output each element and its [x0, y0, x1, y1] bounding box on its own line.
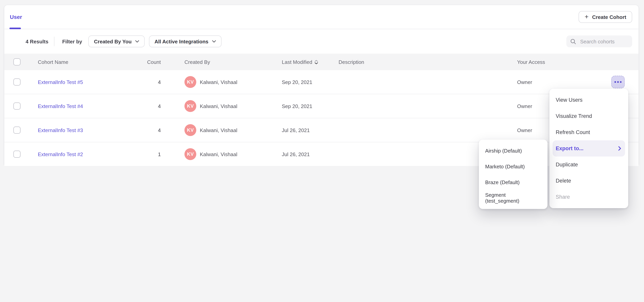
column-header-description[interactable]: Description [338, 54, 364, 70]
search-icon [570, 38, 576, 44]
create-cohort-button[interactable]: + Create Cohort [579, 11, 632, 23]
menu-item-delete[interactable]: Delete [550, 173, 628, 189]
column-header-created-by[interactable]: Created By [184, 54, 210, 70]
table-row: ExternalInfo Test #3 4 KV Kalwani, Visha… [4, 118, 638, 142]
avatar: KV [184, 124, 196, 136]
menu-item-export-to[interactable]: Export to... [552, 140, 625, 156]
submenu-item-braze[interactable]: Braze (Default) [479, 174, 548, 190]
active-tab-indicator [10, 28, 21, 29]
avatar: KV [184, 148, 196, 160]
column-header-last-modified[interactable]: Last Modified [282, 54, 318, 70]
column-header-cohort-name[interactable]: Cohort Name [38, 54, 68, 70]
submenu-item-marketo[interactable]: Marketo (Default) [479, 158, 548, 174]
filter-by-label: Filter by [62, 38, 82, 44]
access-level: Owner [517, 127, 532, 133]
create-cohort-label: Create Cohort [592, 14, 626, 20]
tab-strip: User + Create Cohort [4, 5, 638, 29]
menu-item-view-users[interactable]: View Users [550, 92, 628, 108]
table-row: ExternalInfo Test #5 4 KV Kalwani, Visha… [4, 70, 638, 94]
chevron-down-icon [212, 40, 216, 42]
creator-name: Kalwani, Vishaal [200, 151, 237, 157]
tab-user-label: User [10, 14, 22, 20]
row-checkbox[interactable] [14, 78, 20, 86]
chevron-down-icon [135, 40, 139, 42]
ellipsis-icon [614, 81, 616, 83]
cohort-name-link[interactable]: ExternalInfo Test #3 [38, 127, 83, 133]
integrations-filter-dropdown[interactable]: All Active Integrations [149, 36, 222, 47]
row-actions-menu: View Users Visualize Trend Refresh Count… [550, 89, 628, 208]
created-by-filter-dropdown[interactable]: Created By You [88, 36, 145, 47]
integrations-filter-label: All Active Integrations [154, 38, 208, 44]
table-header: Cohort Name Count Created By Last Modifi… [4, 54, 638, 70]
cohort-name-link[interactable]: ExternalInfo Test #5 [38, 79, 83, 85]
column-header-count[interactable]: Count [119, 54, 161, 70]
menu-item-visualize-trend[interactable]: Visualize Trend [550, 108, 628, 124]
cohorts-page: User + Create Cohort 4 Results Filter by… [0, 0, 644, 302]
last-modified-date: Sep 20, 2021 [282, 103, 312, 109]
row-checkbox[interactable] [14, 126, 20, 134]
created-by-filter-label: Created By You [94, 38, 132, 44]
submenu-item-segment[interactable]: Segment (test_segment) [479, 190, 548, 206]
avatar: KV [184, 76, 196, 88]
export-submenu: Airship (Default) Marketo (Default) Braz… [479, 140, 548, 209]
search-cohorts-box[interactable] [566, 36, 632, 47]
last-modified-date: Jul 26, 2021 [282, 127, 310, 133]
select-all-checkbox[interactable] [14, 58, 20, 66]
plus-icon: + [585, 14, 589, 20]
row-checkbox[interactable] [14, 150, 20, 158]
cohort-count: 1 [158, 151, 161, 157]
row-checkbox[interactable] [14, 102, 20, 110]
menu-item-duplicate[interactable]: Duplicate [550, 156, 628, 173]
sort-icon[interactable] [315, 60, 318, 64]
last-modified-date: Sep 20, 2021 [282, 79, 312, 85]
search-input[interactable] [579, 38, 628, 45]
creator-name: Kalwani, Vishaal [200, 79, 237, 85]
results-count: 4 Results [26, 38, 48, 44]
filter-toolbar: 4 Results Filter by Created By You All A… [4, 29, 638, 54]
cohort-count: 4 [158, 103, 161, 109]
avatar: KV [184, 100, 196, 112]
chevron-right-icon [618, 146, 621, 150]
submenu-item-airship[interactable]: Airship (Default) [479, 143, 548, 158]
table-row: ExternalInfo Test #4 4 KV Kalwani, Visha… [4, 94, 638, 118]
export-to-label: Export to... [556, 146, 584, 152]
access-level: Owner [517, 79, 532, 85]
column-header-your-access[interactable]: Your Access [517, 54, 545, 70]
last-modified-date: Jul 26, 2021 [282, 151, 310, 157]
cohort-name-link[interactable]: ExternalInfo Test #2 [38, 151, 83, 157]
menu-item-share: Share [550, 189, 628, 205]
toolbar-divider [54, 37, 54, 46]
row-actions-button[interactable] [611, 76, 625, 88]
creator-name: Kalwani, Vishaal [200, 103, 237, 109]
cohort-name-link[interactable]: ExternalInfo Test #4 [38, 103, 83, 109]
menu-item-refresh-count[interactable]: Refresh Count [550, 124, 628, 140]
tab-user[interactable]: User [10, 5, 22, 29]
creator-name: Kalwani, Vishaal [200, 127, 237, 133]
access-level: Owner [517, 103, 532, 109]
cohort-count: 4 [158, 127, 161, 133]
cohort-count: 4 [158, 79, 161, 85]
